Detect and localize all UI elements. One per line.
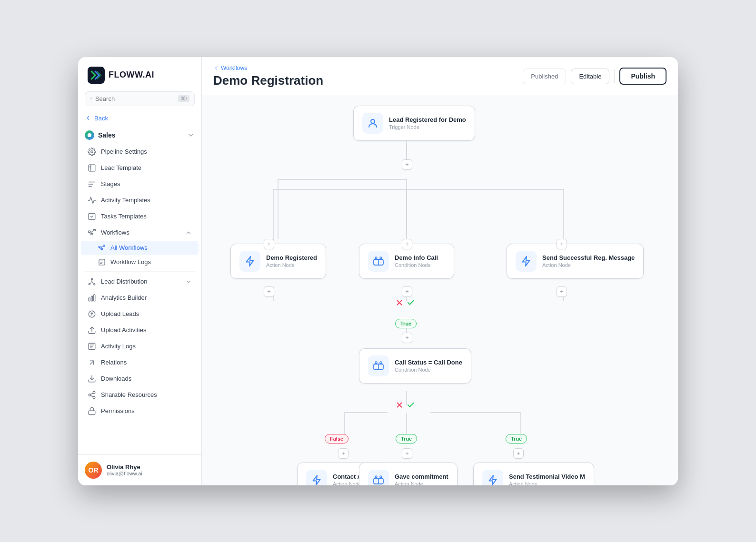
true-badge-demo-info: True bbox=[395, 319, 417, 328]
add-btn-below-demo-info[interactable]: + bbox=[402, 286, 412, 297]
sidebar-label-sharable-resources: Sharable Resources bbox=[101, 391, 157, 398]
svg-rect-3 bbox=[89, 165, 95, 171]
header-divider bbox=[614, 69, 615, 83]
add-btn-before-gave-commitment[interactable]: + bbox=[402, 448, 412, 459]
svg-rect-15 bbox=[89, 298, 90, 301]
svg-rect-8 bbox=[99, 246, 100, 247]
sidebar-item-sharable-resources[interactable]: Sharable Resources bbox=[81, 387, 199, 403]
sidebar-item-activity-logs[interactable]: Activity Logs bbox=[81, 338, 199, 355]
user-icon bbox=[367, 118, 378, 129]
breadcrumb[interactable]: Workflows bbox=[213, 65, 323, 71]
sidebar-search-container[interactable]: ⌘/ bbox=[85, 91, 195, 106]
svg-point-2 bbox=[91, 150, 93, 153]
distribution-icon bbox=[88, 277, 96, 286]
sidebar-item-workflow-logs[interactable]: Workflow Logs bbox=[81, 255, 199, 269]
false-branch-icon bbox=[395, 298, 404, 307]
trigger-node[interactable]: Lead Registered for Demo Trigger Node bbox=[353, 106, 475, 141]
canvas-inner: Lead Registered for Demo Trigger Node + … bbox=[202, 96, 678, 485]
svg-point-55 bbox=[375, 476, 377, 478]
demo-info-call-icon bbox=[368, 251, 389, 272]
main-header: Workflows Demo Registration Published Ed… bbox=[202, 57, 678, 96]
demo-registered-name: Demo Registered bbox=[266, 254, 317, 261]
sidebar-item-relations[interactable]: Relations bbox=[81, 355, 199, 371]
page-title: Demo Registration bbox=[213, 73, 323, 88]
user-avatar: OR bbox=[85, 462, 102, 479]
true-branch-icon bbox=[407, 298, 415, 307]
send-reg-msg-node[interactable]: Send Successful Reg. Message Action Node bbox=[507, 244, 644, 279]
sidebar-item-workflows[interactable]: Workflows bbox=[81, 225, 199, 241]
add-btn-below-demo[interactable]: + bbox=[264, 286, 274, 297]
trigger-node-name: Lead Registered for Demo bbox=[389, 116, 466, 123]
sidebar-item-tasks-templates[interactable]: Tasks Templates bbox=[81, 208, 199, 225]
sidebar-item-analytics-builder[interactable]: Analytics Builder bbox=[81, 290, 199, 306]
bolt-icon bbox=[244, 256, 256, 267]
demo-registered-icon bbox=[239, 251, 260, 272]
settings-icon bbox=[88, 148, 96, 156]
workflows-chevron-icon bbox=[185, 229, 192, 236]
call-status-node[interactable]: Call Status = Call Done Condition Node bbox=[359, 348, 471, 384]
sidebar-item-upload-leads[interactable]: Upload Leads bbox=[81, 306, 199, 322]
call-status-branch-icons bbox=[395, 401, 415, 409]
svg-rect-5 bbox=[89, 231, 91, 232]
svg-point-56 bbox=[380, 476, 382, 478]
bolt-icon-2 bbox=[520, 256, 532, 267]
sales-section-header[interactable]: Sales bbox=[78, 127, 201, 144]
sidebar-label-stages: Stages bbox=[101, 180, 120, 187]
back-button[interactable]: Back bbox=[78, 112, 201, 127]
user-name: Olivia Rhye bbox=[107, 463, 195, 471]
workflow-canvas[interactable]: Lead Registered for Demo Trigger Node + … bbox=[202, 96, 678, 485]
search-input[interactable] bbox=[95, 95, 175, 102]
header-left: Workflows Demo Registration bbox=[213, 65, 323, 88]
add-btn-before-contact-again[interactable]: + bbox=[338, 448, 348, 459]
sidebar-item-lead-template[interactable]: Lead Template bbox=[81, 160, 199, 176]
add-btn-before-call-status[interactable]: + bbox=[402, 333, 412, 343]
nav-divider-1 bbox=[85, 271, 195, 272]
user-profile[interactable]: OR Olivia Rhye olivia@floww.ai bbox=[78, 454, 201, 485]
false-branch-icon-2 bbox=[395, 401, 404, 409]
send-testimonial-type: Action Node bbox=[509, 481, 585, 485]
sidebar-item-pipeline-settings[interactable]: Pipeline Settings bbox=[81, 144, 199, 160]
sidebar-item-upload-activities[interactable]: Upload Activities bbox=[81, 322, 199, 338]
publish-button[interactable]: Publish bbox=[619, 68, 666, 85]
svg-rect-23 bbox=[89, 411, 95, 414]
add-btn-below-send-reg[interactable]: + bbox=[557, 286, 567, 297]
sidebar-item-permissions[interactable]: Permissions bbox=[81, 403, 199, 419]
demo-registered-type: Action Node bbox=[266, 262, 317, 268]
sidebar-item-activity-templates[interactable]: Activity Templates bbox=[81, 192, 199, 208]
sidebar-label-workflow-logs: Workflow Logs bbox=[110, 258, 151, 266]
add-btn-above-demo[interactable]: + bbox=[264, 239, 274, 249]
gave-commitment-node[interactable]: Gave commitment Action Node bbox=[359, 463, 458, 485]
sidebar-item-downloads[interactable]: Downloads bbox=[81, 371, 199, 387]
condition-icon-2 bbox=[372, 359, 385, 373]
editable-status-btn[interactable]: Editable bbox=[571, 69, 609, 84]
sidebar-item-stages[interactable]: Stages bbox=[81, 176, 199, 192]
sales-dot bbox=[85, 130, 94, 140]
sidebar-item-all-workflows[interactable]: All Workflows bbox=[81, 241, 199, 255]
demo-registered-node[interactable]: Demo Registered Action Node bbox=[230, 244, 326, 279]
add-btn-above-send-reg[interactable]: + bbox=[557, 239, 567, 249]
search-shortcut: ⌘/ bbox=[178, 95, 189, 102]
sidebar-item-lead-distribution[interactable]: Lead Distribution bbox=[81, 274, 199, 290]
svg-rect-17 bbox=[94, 295, 95, 301]
svg-point-43 bbox=[375, 257, 377, 259]
svg-rect-6 bbox=[91, 233, 93, 235]
published-status-btn[interactable]: Published bbox=[523, 69, 566, 84]
all-workflows-icon bbox=[98, 244, 106, 252]
add-btn-above-demo-info[interactable]: + bbox=[402, 239, 412, 249]
share-icon bbox=[88, 391, 96, 399]
sidebar-label-all-workflows: All Workflows bbox=[110, 244, 148, 251]
add-btn-before-testimonial[interactable]: + bbox=[513, 448, 524, 459]
workflow-logs-icon bbox=[98, 258, 106, 266]
downloads-icon bbox=[88, 374, 96, 383]
lead-dist-chevron-icon bbox=[185, 278, 192, 285]
trigger-node-type: Trigger Node bbox=[389, 124, 466, 130]
sidebar-label-lead-distribution: Lead Distribution bbox=[101, 278, 148, 285]
svg-rect-10 bbox=[103, 245, 105, 246]
trigger-node-icon bbox=[362, 113, 383, 134]
add-btn-after-trigger[interactable]: + bbox=[402, 159, 412, 170]
condition-icon-3 bbox=[372, 473, 385, 485]
sidebar-label-activity-logs: Activity Logs bbox=[101, 343, 136, 350]
upload-activities-icon bbox=[88, 326, 96, 335]
send-testimonial-node[interactable]: Send Testimonial Video M Action Node bbox=[473, 463, 594, 485]
chevron-down-icon bbox=[187, 131, 195, 139]
